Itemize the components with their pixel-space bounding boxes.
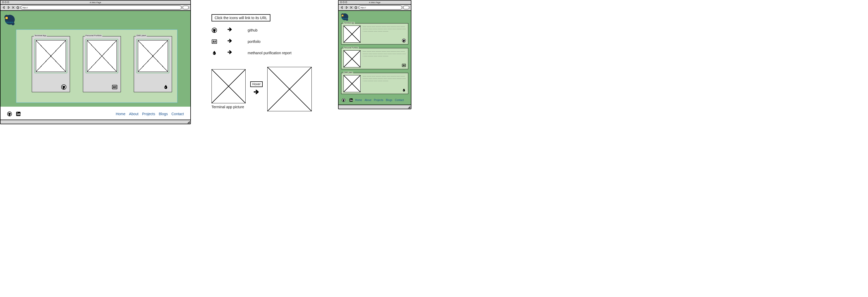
social-icons — [342, 98, 353, 102]
droplet-icon[interactable] — [163, 84, 168, 90]
window-title: A Web Page — [90, 1, 101, 4]
hover-label: Hover — [250, 81, 262, 87]
card-title: Terminal app — [343, 22, 355, 24]
card-image-frame — [35, 39, 67, 73]
image-placeholder[interactable] — [343, 26, 361, 42]
card-title: Personal Portfolio — [85, 35, 102, 37]
card-body-text: ~~~~ ~~~~~ ~~~~ ~~~~~~ ~~~~~ ~~~~ ~~~~~~… — [363, 50, 406, 67]
window-title: A Web Page — [369, 1, 380, 4]
nav-projects[interactable]: Projects — [142, 112, 155, 116]
arrow-right-icon — [253, 89, 260, 97]
nav-blogs[interactable]: Blogs — [386, 99, 392, 101]
nav-blogs[interactable]: Blogs — [159, 112, 168, 116]
image-placeholder — [267, 67, 312, 111]
back-icon[interactable] — [2, 6, 6, 9]
image-placeholder[interactable] — [36, 40, 66, 72]
close-icon[interactable] — [11, 6, 15, 9]
card-image-frame — [86, 39, 118, 73]
github-icon[interactable] — [402, 38, 406, 42]
footer-nav: Home About Projects Blogs Contact — [355, 99, 404, 101]
arrow-right-icon — [227, 38, 248, 45]
droplet-icon[interactable] — [402, 88, 406, 92]
logo-text: JISHAN — [5, 21, 13, 24]
status-bar — [339, 105, 411, 109]
nav-home[interactable]: Home — [116, 112, 125, 116]
projects-panel: Terminal App Personal Portfolio — [16, 29, 178, 103]
github-icon — [212, 27, 217, 33]
forward-icon[interactable] — [345, 6, 348, 9]
github-icon[interactable] — [61, 84, 67, 90]
project-card: Personal Portfolio — [83, 36, 121, 92]
spec-note: Click the icons will link to its URL — [212, 14, 270, 22]
link-dest: github — [248, 28, 317, 32]
site-logo[interactable]: JISHAN — [340, 12, 349, 22]
nav-contact[interactable]: Contact — [172, 112, 184, 116]
card-title: Terminal App — [34, 35, 47, 37]
site-footer: Home About Projects Blogs Contact — [340, 97, 409, 103]
url-input[interactable]: https:// — [359, 5, 402, 9]
browser-window-desktop: A Web Page https:// JISHAN — [0, 0, 191, 124]
icon-link-map: github portfoilo methanol purification r… — [212, 27, 317, 57]
footer-nav: Home About Projects Blogs Contact — [116, 112, 184, 116]
card-image-frame — [136, 39, 169, 73]
image-placeholder[interactable] — [343, 50, 361, 67]
hover-demo: Terminal app picture Hover — [212, 67, 317, 111]
github-icon[interactable] — [7, 111, 12, 117]
hero-section: JISHAN Terminal App Personal P — [1, 11, 190, 107]
hover-caption: Terminal app picture — [212, 105, 246, 109]
nav-projects[interactable]: Projects — [374, 99, 383, 101]
link-dest: portfoilo — [248, 39, 317, 43]
card-title: DME plant — [343, 71, 353, 73]
nav-about[interactable]: About — [129, 112, 139, 116]
go-button[interactable] — [183, 6, 189, 9]
home-icon[interactable] — [16, 6, 20, 9]
project-card: DME plant — [134, 36, 172, 92]
status-bar — [1, 120, 190, 124]
arrow-right-icon — [227, 27, 248, 34]
url-input[interactable]: https:// — [21, 5, 182, 9]
page-viewport: JISHAN Terminal App Personal P — [1, 11, 190, 120]
portfolio-icon[interactable] — [112, 84, 118, 90]
card-title: Personal Portfolio — [343, 47, 359, 49]
close-icon[interactable] — [349, 6, 353, 9]
logo-text: JISHAN — [342, 18, 347, 19]
logo-icon — [5, 17, 8, 19]
site-logo[interactable]: JISHAN — [3, 13, 17, 27]
browser-toolbar: https:// — [1, 5, 190, 11]
project-card: Terminal App — [32, 36, 70, 92]
logo-icon — [342, 14, 344, 17]
page-viewport-mobile: JISHAN Terminal app ~~~~ ~~~~~ ~~~~ ~~~~… — [339, 11, 411, 105]
window-title-bar: A Web Page — [1, 1, 190, 5]
social-icons — [7, 111, 21, 117]
portfolio-icon[interactable] — [402, 63, 406, 67]
image-placeholder — [212, 69, 246, 103]
portfolio-icon — [212, 39, 217, 44]
site-footer: Home About Projects Blogs Contact — [1, 107, 190, 120]
forward-icon[interactable] — [7, 6, 10, 9]
arrow-right-icon — [227, 49, 248, 57]
window-title-bar: A Web Page — [339, 1, 411, 5]
go-button[interactable] — [403, 6, 409, 9]
home-icon[interactable] — [354, 6, 358, 9]
github-icon[interactable] — [342, 98, 345, 102]
project-card: Terminal app ~~~~ ~~~~~ ~~~~ ~~~~~~ ~~~~… — [341, 23, 408, 44]
card-title: DME plant — [136, 35, 147, 37]
image-placeholder[interactable] — [138, 40, 168, 72]
back-icon[interactable] — [340, 6, 344, 9]
project-card: Personal Portfolio ~~~~ ~~~~~ ~~~~ ~~~~~… — [341, 48, 408, 69]
droplet-icon — [212, 50, 217, 56]
nav-home[interactable]: Home — [355, 99, 362, 101]
image-placeholder[interactable] — [343, 75, 361, 92]
nav-about[interactable]: About — [365, 99, 371, 101]
linkedin-icon[interactable] — [349, 98, 353, 102]
browser-window-mobile: A Web Page https:// JISHAN — [338, 0, 411, 109]
linkedin-icon[interactable] — [16, 111, 21, 117]
card-body-text: ~~~~ ~~~~~ ~~~~ ~~~~~~ ~~~~~ ~~~~ ~~~~~~… — [363, 75, 406, 92]
link-dest: methanol purification report — [248, 51, 317, 55]
project-card: DME plant ~~~~ ~~~~~ ~~~~ ~~~~~~ ~~~~~ ~… — [341, 73, 408, 94]
nav-contact[interactable]: Contact — [395, 99, 404, 101]
spec-panel: Click the icons will link to its URL git… — [212, 0, 317, 111]
card-body-text: ~~~~ ~~~~~ ~~~~ ~~~~~~ ~~~~~ ~~~~ ~~~~~~… — [363, 26, 406, 42]
browser-toolbar: https:// — [339, 5, 411, 11]
image-placeholder[interactable] — [87, 40, 117, 72]
